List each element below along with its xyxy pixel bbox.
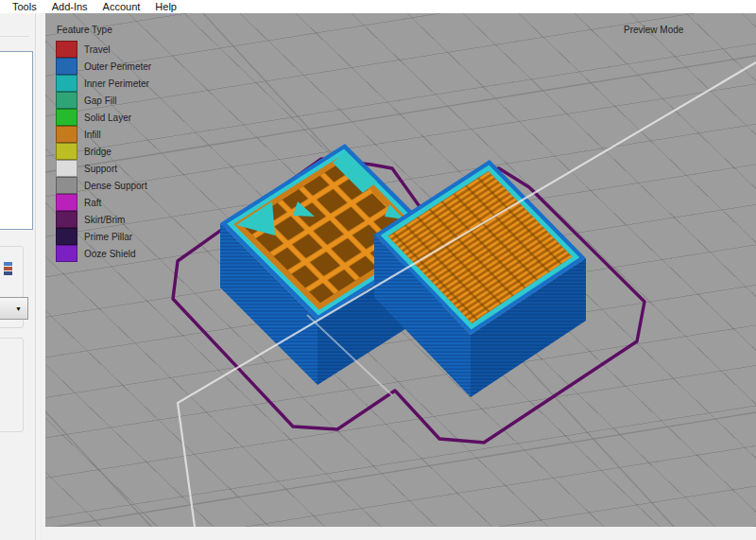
chevron-down-icon: ▼: [15, 305, 22, 312]
legend-swatch: [56, 92, 77, 109]
legend-label: Travel: [84, 44, 110, 55]
legend-label: Bridge: [84, 147, 112, 157]
legend-swatch: [56, 194, 77, 211]
legend-label: Prime Pillar: [84, 232, 132, 242]
menu-item-tools[interactable]: Tools: [5, 1, 44, 12]
legend-row: Travel: [56, 41, 151, 58]
groupbox-divider: [0, 36, 29, 37]
legend-label: Support: [84, 164, 117, 174]
right-cube-model[interactable]: [374, 160, 586, 397]
legend-swatch: [56, 245, 77, 262]
menu-item-help[interactable]: Help: [147, 1, 184, 12]
legend-swatch: [56, 109, 77, 126]
legend-label: Raft: [84, 198, 101, 208]
legend-swatch: [56, 126, 77, 143]
options-groupbox: [0, 338, 24, 432]
legend-label: Outer Perimeter: [84, 61, 151, 72]
legend-label: Gap Fill: [84, 96, 116, 106]
preview-3d-viewport[interactable]: Feature Type TravelOuter PerimeterInner …: [45, 13, 756, 527]
viewport-3d-scene[interactable]: [45, 13, 756, 527]
menu-item-add-ins[interactable]: Add-Ins: [44, 1, 95, 12]
legend-row: Solid Layer: [56, 109, 151, 126]
legend-label: Skirt/Brim: [84, 215, 125, 225]
legend-row: Bridge: [56, 143, 151, 160]
legend-swatch: [56, 41, 77, 58]
legend-swatch: [56, 211, 77, 228]
legend-row: Dense Support: [56, 177, 151, 194]
menu-bar: Tools Add-Ins Account Help: [0, 0, 756, 13]
legend-row: Inner Perimeter: [56, 75, 151, 92]
legend-title: Feature Type: [57, 25, 112, 35]
process-icon: [4, 262, 12, 274]
legend-row: Gap Fill: [56, 92, 151, 109]
legend-swatch: [56, 160, 77, 177]
legend-row: Outer Perimeter: [56, 58, 151, 75]
legend-row: Ooze Shield: [56, 245, 151, 262]
menu-item-account[interactable]: Account: [95, 1, 148, 12]
process-dropdown[interactable]: ▼: [0, 297, 28, 320]
panel-divider-2: [41, 13, 42, 540]
legend-swatch: [56, 143, 77, 160]
legend-label: Infill: [84, 130, 101, 140]
model-list[interactable]: [0, 51, 33, 230]
legend-items: TravelOuter PerimeterInner PerimeterGap …: [56, 41, 151, 262]
legend-row: Prime Pillar: [56, 228, 151, 245]
legend-label: Solid Layer: [84, 113, 131, 123]
legend-row: Infill: [56, 126, 151, 143]
legend-swatch: [56, 75, 77, 92]
legend-label: Inner Perimeter: [84, 78, 149, 89]
legend-label: Dense Support: [84, 181, 147, 191]
legend-swatch: [56, 228, 77, 245]
panel-divider: [35, 13, 36, 540]
legend-row: Support: [56, 160, 151, 177]
legend-swatch: [56, 58, 77, 75]
legend-row: Skirt/Brim: [56, 211, 151, 228]
preview-mode-label: Preview Mode: [624, 25, 683, 35]
legend-row: Raft: [56, 194, 151, 211]
legend-swatch: [56, 177, 77, 194]
legend-label: Ooze Shield: [84, 249, 135, 259]
